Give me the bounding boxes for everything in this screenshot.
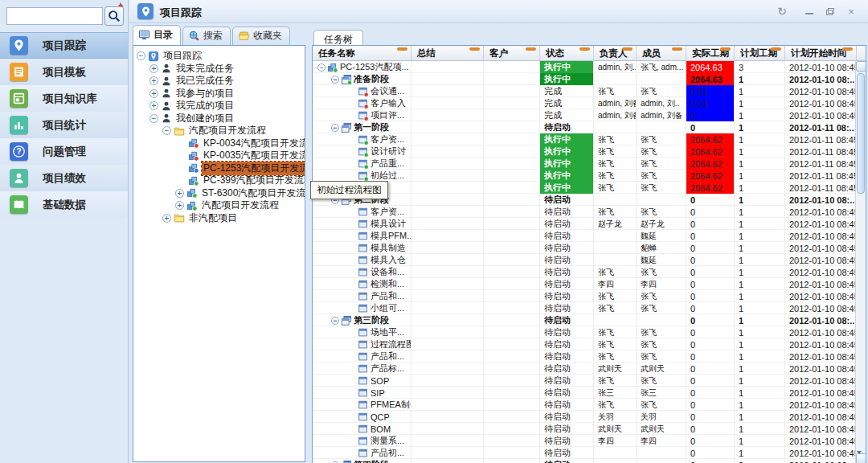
tree-node-3[interactable]: + 我参与的项目 [133,88,305,100]
scroll-down-icon[interactable] [856,453,866,463]
task-row[interactable]: 产品和... 待启动 张飞 张飞 0 1 2012-01-10 08:45:3 [313,290,857,302]
task-row[interactable]: 初始过... 执行中 张飞 张飞 2064.62 1 2012-01-11 08… [313,170,857,182]
scroll-thumb[interactable] [857,73,865,194]
tree-node-8[interactable]: KP-0035汽配项目开发流程 [133,150,305,162]
scroll-up-icon[interactable] [856,61,866,72]
task-row[interactable]: SOP 待启动 张飞 张飞 0 1 2012-01-10 08:45:3 [313,375,857,387]
task-name-label: SOP [371,376,389,386]
tree-node-11[interactable]: + ST-6300汽配项目开发流程 [133,187,305,200]
sidebar-item-4[interactable]: ? 问题管理 [0,138,128,165]
expand-icon[interactable]: + [175,201,184,210]
refresh-icon[interactable]: ↻ [772,3,792,19]
column-header-0[interactable]: 任务名称 [313,46,411,60]
close-icon[interactable]: × [841,3,862,19]
sidebar-item-6[interactable]: 基础数据 [0,191,128,218]
tree-node-9[interactable]: PC-1253汽配项目开发流程 [133,162,305,175]
column-header-1[interactable]: 总结 [411,46,484,60]
collapse-icon[interactable]: − [149,114,158,123]
cell-customer [484,447,540,459]
task-row[interactable]: 设备和... 待启动 张飞 张飞 0 1 2012-01-10 08:45:3 [313,266,857,278]
tree-node-7[interactable]: KP-0034汽配项目开发流程 [133,137,305,150]
task-row[interactable]: 模具入仓 待启动 魏延 0 1 2012-01-10 08:45:3 [313,254,857,266]
tree-tab-1[interactable]: 搜索 [182,27,231,45]
tree-tab-2[interactable]: 收藏夹 [232,27,290,45]
task-row[interactable]: − 第四阶段 待启动 0 3 2012-01-10 08:.. [313,459,857,463]
tree-node-0[interactable]: − 项目跟踪 [133,50,305,63]
column-header-6[interactable]: 实际工期 [686,46,735,60]
task-row[interactable]: 客户资... 执行中 张飞 张飞 2064.62 1 2012-01-11 08… [313,133,857,145]
search-button[interactable] [104,6,124,26]
sidebar-item-2[interactable]: 项目知识库 [0,85,128,112]
task-row[interactable]: PFMEA制作 待启动 张飞 张飞 0 1 2012-01-10 08:45:3 [313,399,857,411]
task-row[interactable]: 项目评... 完成 admin, 刘备 admin, 刘备 0 1 2012-0… [313,109,857,121]
task-row[interactable]: 模具制造 待启动 貂蝉 0 1 2012-01-10 08:45:3 [313,242,857,254]
tree-node-13[interactable]: + 非汽配项目 [133,212,305,225]
task-row[interactable]: − 第三阶段 待启动 0 1 2012-01-10 08:.. [313,314,857,326]
expand-icon[interactable]: + [149,64,158,73]
task-row[interactable]: 客户资... 待启动 张飞 张飞 0 1 2012-01-10 08:45:3 [313,206,857,218]
task-row[interactable]: 过程流程图 待启动 张飞 张飞 0 1 2012-01-10 08:45:3 [313,338,857,350]
restore-icon[interactable] [820,3,841,19]
question-icon: ? [10,142,28,161]
tree-node-1[interactable]: + 我未完成任务 [133,63,305,76]
task-row[interactable]: 检测和... 待启动 李四 李四 0 1 2012-01-10 08:45:3 [313,278,857,290]
task-row[interactable]: 场地平... 待启动 张飞 张飞 0 1 2012-01-10 08:45:3 [313,326,857,338]
tree-node-6[interactable]: − 汽配项目开发流程 [133,125,305,137]
task-row[interactable]: 模具设计 待启动 赵子龙 赵子龙 0 1 2012-01-10 08:45:3 [313,218,857,230]
task-row[interactable]: 设计研讨 执行中 张飞 张飞 2064.62 1 2012-01-11 08:4… [313,145,857,158]
task-row[interactable]: BOM 待启动 武则天 武则天 0 1 2012-01-10 08:45:3 [313,423,857,435]
task-row[interactable]: SIP 待启动 张三 张三 0 1 2012-01-10 08:45:3 [313,387,857,399]
project-tree: − 项目跟踪 + 我未完成任务 + 我已完成任务 + 我参与的项目 + 我完成的… [133,45,305,462]
column-header-2[interactable]: 客户 [484,46,540,60]
search-input[interactable] [6,7,103,25]
task-row[interactable]: 产品初... 待启动 0 1 2012-01-10 08:45:3 [313,447,857,459]
task-row[interactable]: − 第二阶段 待启动 0 1 2012-01-10 08:.. [313,194,857,206]
cell-owner: 张飞 [594,302,637,314]
collapse-icon[interactable]: − [137,51,145,60]
task-row[interactable]: − 第一阶段 待启动 0 1 2012-01-11 08:.. [313,121,857,133]
task-row[interactable]: − 准备阶段 执行中 2064.63 1 2012-01-10 08:.. [313,73,857,85]
column-header-4[interactable]: 负责人 [594,46,637,60]
tree-node-5[interactable]: − 我创建的项目 [133,113,305,125]
task-row[interactable]: QCP 待启动 关羽 关羽 0 1 2012-01-10 08:45:3 [313,411,857,423]
sidebar-item-3[interactable]: 项目统计 [0,112,128,138]
tree-node-2[interactable]: + 我已完成任务 [133,75,305,88]
collapse-icon[interactable]: − [331,317,339,325]
minimize-icon[interactable] [799,3,820,19]
expand-icon[interactable]: + [149,76,158,85]
tree-node-10[interactable]: PC-399汽配项目开发流程 [133,174,305,187]
task-row[interactable]: 会议通... 完成 张飞 张飞 0.01 1 2012-01-10 08:45:… [313,85,857,97]
collapse-icon[interactable]: − [317,64,326,72]
column-header-7[interactable]: 计划工期 [735,46,785,60]
task-row[interactable]: 测量系... 待启动 李四 李四 0 1 2012-01-10 08:45:3 [313,435,857,447]
tab-task-tree[interactable]: 任务树 [313,30,363,46]
cell-summary [411,314,484,326]
task-row[interactable]: − PC-1253汽配项... 执行中 admin, 刘.. 张飞, adm..… [313,61,857,73]
tree-node-4[interactable]: + 我完成的项目 [133,100,305,113]
expand-icon[interactable]: + [149,89,158,98]
task-row[interactable]: 模具PFM... 待启动 魏延 0 1 2012-01-10 08:45:3 [313,230,857,242]
task-row[interactable]: 产品和... 待启动 张飞 张飞 0 1 2012-01-10 08:45:3 [313,350,857,363]
task-row[interactable]: 客户输入 完成 admin, 刘备 admin, 刘.. 0.01 1 2012… [313,97,857,109]
task-row[interactable]: 产品重... 执行中 张飞 张飞 2064.62 1 2012-01-11 08… [313,158,857,170]
collapse-icon[interactable]: − [331,124,339,132]
sidebar-item-1[interactable]: 项目模板 [0,59,128,85]
sidebar-item-5[interactable]: 项目绩效 [0,165,128,191]
column-header-3[interactable]: 状态 [540,46,594,60]
task-icon [358,424,368,434]
sidebar-item-0[interactable]: 项目跟踪 [0,32,128,59]
tree-node-12[interactable]: + 汽配项目开发流程 [133,199,305,212]
task-row[interactable]: 和... 执行中 张飞 张飞 2064.62 1 2012-01-11 08:4… [313,182,857,194]
expand-icon[interactable]: + [162,214,171,223]
task-row[interactable]: 小组可... 待启动 张飞 张飞 0 1 2012-01-10 08:45:3 [313,302,857,314]
collapse-icon[interactable]: − [162,126,171,135]
task-row[interactable]: 产品标... 待启动 武则天 武则天 0 1 2012-01-10 08:45:… [313,363,857,375]
expand-icon[interactable]: + [175,189,184,198]
column-header-5[interactable]: 成员 [637,46,686,60]
column-header-8[interactable]: 计划开始时间 [785,46,857,60]
tree-tab-0[interactable]: 目录 [133,25,181,45]
vertical-scrollbar[interactable] [855,61,866,463]
expand-icon[interactable]: + [149,101,158,110]
collapse-icon[interactable]: − [331,76,339,84]
cell-members [637,121,686,133]
